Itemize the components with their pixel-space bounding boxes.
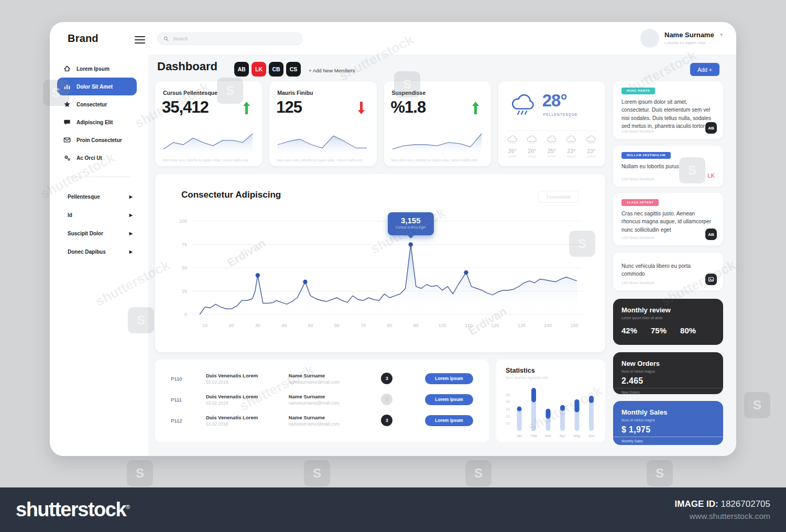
content-area: Dashboard ABLKCBCS + Add New Members Add…	[148, 55, 736, 456]
sidebar-item-donec-dapibus[interactable]: Donec Dapibus▶	[68, 243, 133, 261]
cloud-icon	[507, 135, 518, 147]
chat-icon	[63, 118, 71, 126]
svg-text:20: 20	[228, 323, 234, 328]
forecast-label: cursus	[587, 155, 595, 158]
sidebar-item-consectetur[interactable]: Consectetur	[57, 95, 137, 113]
user-menu[interactable]: Name Surname Lobortis eu sapien vitae ▼	[664, 31, 714, 45]
cloud-icon	[585, 135, 597, 147]
stat-card-title: Cursus Pellentesque	[163, 90, 217, 96]
avatar[interactable]	[640, 29, 659, 48]
card-text: Nunc vehicula libero eu porta commodo	[621, 262, 715, 278]
card-subtitle: Nunc et metus magna	[621, 370, 655, 373]
svg-text:30: 30	[255, 323, 260, 328]
card-title: Monthly review	[621, 306, 671, 314]
card-footer: Monthly Sales	[621, 439, 643, 443]
chart-filter-button[interactable]: Fermentum	[538, 191, 579, 203]
member-badge-lk[interactable]: LK	[252, 62, 266, 77]
stat-card-mauris-finibu: Mauris Finibu125Nam dolor sem, lobortis …	[269, 81, 376, 166]
statistics-subtitle: Nunc faucibus dignissim nibh	[506, 376, 549, 379]
weather-label: PELLENTESQUE	[543, 113, 578, 116]
card-subtitle: Nunc et metus magna	[621, 418, 655, 422]
svg-text:0: 0	[184, 312, 187, 317]
weather-forecast: 26°cursus26°cursus25°cursus23°cursus23°c…	[504, 135, 600, 158]
bar-chart: 0102030405JanFebMarAprMayJun	[500, 382, 603, 440]
member-badge-ab[interactable]: AB	[234, 62, 249, 77]
menu-icon[interactable]	[135, 36, 145, 44]
svg-text:110: 110	[465, 323, 472, 328]
forecast-temp: 25°	[548, 148, 556, 154]
order-action-cell: Lorem ipsum	[425, 394, 473, 405]
rain-cloud-icon	[510, 93, 537, 120]
trend-up-icon	[472, 101, 479, 117]
add-new-members-link[interactable]: + Add New Members	[309, 68, 355, 73]
svg-text:75: 75	[182, 242, 187, 247]
search-input[interactable]	[172, 36, 297, 42]
card-badge: AB	[705, 229, 717, 240]
forecast-item: 25°cursus	[546, 135, 558, 158]
sidebar-item-ac-orci-ut[interactable]: Ac Orci Ut	[57, 149, 137, 167]
main-chart-card: Consectetur Adipiscing Fermentum 0255075…	[155, 174, 605, 352]
svg-text:100: 100	[179, 219, 187, 224]
chevron-right-icon: ▶	[129, 213, 133, 218]
forecast-label: cursus	[528, 155, 536, 158]
sidebar-item-lorem-ipsum[interactable]: Lorem Ipsum	[57, 60, 137, 78]
sidebar-item-pellentesque[interactable]: Pellentesque▶	[68, 188, 133, 206]
svg-text:25: 25	[182, 289, 187, 294]
sidebar-item-proin-consectetur[interactable]: Proin Consectetur	[57, 131, 137, 149]
sidebar-primary-nav: Lorem IpsumDolor Sit AmetConsecteturAdip…	[57, 60, 137, 167]
sidebar-item-suscipit-dolor[interactable]: Suscipit Dolor▶	[68, 224, 133, 243]
add-button[interactable]: Add +	[690, 63, 719, 76]
count-badge: 0	[381, 394, 392, 405]
sidebar-item-label: Donec Dapibus	[68, 249, 106, 255]
card-badge: LK	[705, 170, 717, 181]
new-orders-card: New Orders Nunc et metus magna 2.465 New…	[613, 352, 723, 394]
mail-icon	[63, 136, 71, 144]
order-action-cell: Lorem ipsum	[425, 415, 473, 426]
count-badge: 3	[381, 373, 392, 384]
order-action-button[interactable]: Lorem ipsum	[425, 373, 473, 384]
sparkline-chart	[390, 131, 484, 158]
person-name: Name Surname	[289, 415, 381, 420]
card-footer: New Orders	[621, 390, 640, 394]
area-chart: 0255075100102030405060708090100110120130…	[176, 215, 590, 338]
sidebar-item-id[interactable]: Id▶	[68, 206, 133, 224]
forecast-item: 23°cursus	[585, 135, 597, 158]
forecast-temp: 26°	[528, 148, 536, 154]
forecast-temp: 23°	[587, 148, 595, 154]
sidebar-item-dolor-sit-amet[interactable]: Dolor Sit Amet	[57, 78, 137, 95]
sidebar-item-adipiscing-elit[interactable]: Adipiscing Elit	[57, 113, 137, 131]
order-item: Duis Venenatis Lorem03.02.2018	[206, 394, 289, 406]
divider	[613, 388, 723, 388]
svg-text:Jan: Jan	[516, 434, 522, 438]
user-subtitle: Lobortis eu sapien vitae	[664, 40, 714, 45]
tooltip-value: 3,155	[388, 216, 434, 225]
svg-text:130: 130	[518, 323, 526, 328]
stat-card-title: Mauris Finibu	[277, 90, 313, 96]
watermark-logo: S	[465, 460, 492, 486]
card-footer: 120 Nunc tincidunt	[621, 235, 654, 240]
svg-text:140: 140	[544, 323, 552, 328]
star-icon	[63, 101, 71, 108]
order-id: P112	[171, 418, 206, 424]
sparkline-chart	[161, 131, 255, 158]
card-tag: NUNC PORTA	[621, 88, 655, 94]
order-badge-cell: 3	[381, 373, 425, 384]
member-badge-cs[interactable]: CS	[286, 62, 301, 77]
search-bar[interactable]	[157, 32, 303, 45]
monthly-review-card: Monthly review Lorem ipsum dolor sit ame…	[613, 299, 723, 345]
stat-card-value: 125	[276, 98, 302, 117]
table-row: P111Duis Venenatis Lorem03.02.2018Name S…	[155, 389, 489, 410]
sidebar-item-label: Id	[68, 212, 72, 218]
order-action-button[interactable]: Lorem ipsum	[425, 394, 473, 405]
svg-text:90: 90	[413, 323, 419, 328]
card-text: Cras nec sagittis justo. Aenean rhoncus …	[621, 210, 715, 234]
chart-title: Consectetur Adipiscing	[181, 190, 281, 200]
person-email: namesurname@mail.com	[289, 379, 381, 385]
order-action-button[interactable]: Lorem ipsum	[425, 415, 473, 426]
svg-text:60: 60	[334, 323, 340, 328]
card-footer: 120 Nunc tincidunt	[621, 129, 654, 134]
page: Brand Name Surname Lobortis eu sapien vi…	[0, 0, 786, 532]
chevron-right-icon: ▶	[129, 194, 133, 199]
member-badge-cb[interactable]: CB	[269, 62, 283, 77]
stat-card-caption: Nam dolor sem, lobortis eu sapien vitae,…	[277, 158, 363, 162]
